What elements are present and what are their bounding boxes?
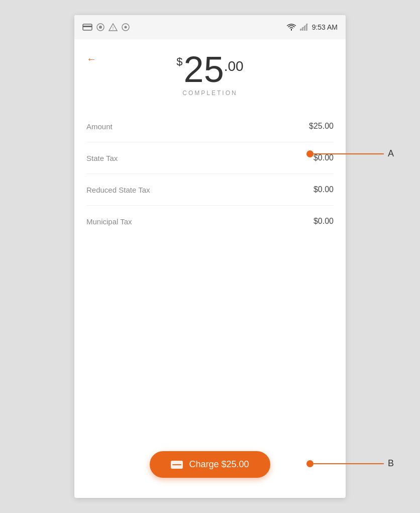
warning-status-icon: ! (109, 23, 118, 31)
amount-whole: 25 (184, 51, 224, 88)
completion-label: COMPLETION (182, 90, 237, 97)
annotation-b: B (306, 458, 394, 469)
line-item-reduced-state-tax: Reduced State Tax $0.00 (86, 174, 334, 206)
amount-display: $ 25 .00 (176, 51, 243, 88)
municipal-tax-label: Municipal Tax (86, 217, 132, 226)
svg-point-6 (125, 26, 127, 29)
svg-text:!: ! (113, 26, 114, 31)
currency-symbol: $ (176, 55, 182, 68)
bottom-area: Charge $25.00 (74, 441, 346, 498)
state-tax-label: State Tax (86, 154, 118, 162)
wifi-icon (287, 24, 296, 31)
reduced-state-tax-value: $0.00 (313, 185, 334, 194)
annotation-b-letter: B (388, 458, 394, 469)
header: ← $ 25 .00 COMPLETION (74, 39, 346, 105)
line-item-municipal-tax: Municipal Tax $0.00 (86, 206, 334, 237)
card-status-icon (82, 24, 92, 31)
status-bar-right: 9:53 AM (287, 23, 338, 31)
annotation-b-line (313, 463, 384, 464)
outer-container: ! (0, 0, 420, 513)
annotation-a-dot (306, 150, 313, 157)
annotation-a: A (306, 148, 394, 159)
line-item-amount: Amount $25.00 (86, 111, 334, 142)
charge-button[interactable]: Charge $25.00 (150, 451, 270, 478)
status-bar-left: ! (82, 23, 130, 31)
circle-status-icon (96, 23, 104, 31)
annotation-b-dot (306, 460, 313, 467)
svg-point-3 (99, 26, 102, 29)
line-items-container: Amount $25.00 State Tax $0.00 Reduced St… (74, 105, 346, 441)
svg-rect-1 (83, 26, 92, 27)
phone-frame: ! (74, 15, 346, 498)
annotation-a-letter: A (388, 148, 394, 159)
municipal-tax-value: $0.00 (313, 217, 334, 226)
signal-icon (300, 24, 308, 31)
settings-status-icon (122, 23, 130, 31)
main-content: ← $ 25 .00 COMPLETION Amount $25.00 Stat… (74, 39, 346, 498)
amount-value: $25.00 (309, 122, 334, 131)
charge-button-label: Charge $25.00 (189, 459, 249, 470)
amount-label: Amount (86, 122, 113, 131)
amount-decimal: .00 (224, 58, 244, 74)
reduced-state-tax-label: Reduced State Tax (86, 186, 150, 194)
back-button[interactable]: ← (86, 53, 96, 65)
annotation-a-line (313, 153, 384, 154)
status-bar: ! (74, 15, 346, 39)
line-item-state-tax: State Tax $0.00 (86, 142, 334, 174)
card-icon (171, 461, 183, 469)
status-time: 9:53 AM (312, 23, 338, 31)
